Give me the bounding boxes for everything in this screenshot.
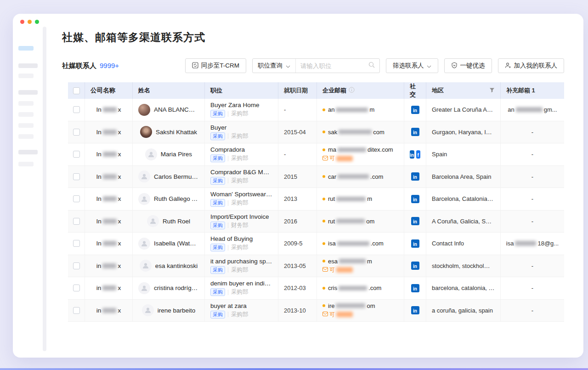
linkedin-icon[interactable]: in (411, 172, 419, 181)
select-all-checkbox[interactable] (73, 87, 80, 94)
tag-divider (228, 245, 228, 250)
row-checkbox[interactable] (73, 129, 80, 136)
name-cell: cristina rodríguez (133, 277, 205, 299)
purchase-tag: 采购 (210, 288, 225, 296)
redacted-text (103, 174, 117, 179)
company-cell: Inx (85, 143, 133, 165)
position-cell: Buyer 采购 采购部 (205, 121, 278, 143)
close-window-icon[interactable] (20, 20, 24, 24)
social-cell: in (404, 255, 426, 277)
filter-contacts-button[interactable]: 筛选联系人 (386, 58, 438, 73)
minimize-window-icon[interactable] (28, 20, 32, 24)
tag-divider (228, 267, 228, 273)
column-header-extra-email: 补充邮箱 1 (501, 82, 564, 99)
sidebar-skeleton-bar (18, 101, 34, 106)
social-cell: inf (404, 143, 426, 165)
purchase-tag: 采购 (210, 311, 225, 319)
position-cell: Buyer Zara Home 采购 采购部 (205, 99, 278, 121)
social-cell: in (404, 121, 426, 143)
filter-funnel-icon[interactable] (489, 87, 495, 94)
window-controls (20, 20, 39, 24)
contact-name[interactable]: irene barbeito (158, 307, 196, 314)
row-checkbox[interactable] (73, 285, 80, 291)
contacts-table: 公司名称 姓名 职位 就职日期 企业邮箱 社交 地区 补充邮箱 1 Inx (68, 82, 564, 322)
hire-date-cell: 2009-5 (278, 233, 317, 255)
linkedin-icon[interactable]: in (411, 106, 419, 114)
one-click-optimize-button[interactable]: 一键优选 (444, 58, 492, 73)
company-cell: inx (85, 277, 133, 299)
sidebar-skeleton-bar (18, 134, 34, 139)
contact-name[interactable]: Sakshi Khattak (156, 129, 197, 136)
position-cell: Comprador B&G Massi... 采购 采购部 (205, 166, 278, 188)
email-cell: isa.com (317, 233, 404, 255)
envelope-icon (322, 267, 328, 273)
email-status-dot (322, 287, 325, 290)
contact-name[interactable]: Maria Pires (161, 151, 192, 158)
linkedin-icon[interactable]: in (411, 262, 419, 270)
social-cell: in (404, 99, 426, 121)
position-cell: Import/Export Invoice 采购 财务部 (205, 211, 278, 233)
column-header-email: 企业邮箱 (317, 82, 404, 99)
extra-email-cell: isa18@g... (501, 233, 564, 255)
email-cell: anm (317, 99, 404, 121)
sidebar-skeleton-bar (18, 162, 34, 166)
sync-icon (192, 62, 198, 70)
linkedin-icon[interactable]: in (411, 239, 419, 248)
contact-name[interactable]: Ruth Roel (163, 218, 190, 225)
position-cell: Woman' Sportswear Bu... 采购 采购部 (205, 188, 278, 210)
facebook-icon[interactable]: f (416, 150, 421, 159)
sidebar-skeleton-bar-active (18, 46, 34, 51)
department-label: 财务部 (231, 222, 249, 229)
region-cell: Gurgaon, Haryana, India (426, 121, 501, 143)
table-row: Inx Maria Pires Compradora 采购 采购部 - madi… (68, 143, 564, 166)
region-cell: Barcelona, Catalonia, S... (426, 188, 501, 210)
contact-name[interactable]: Ruth Gallego Agulló (154, 195, 199, 202)
contact-name[interactable]: Isabella (Watson) L... (154, 240, 199, 247)
position-cell: Compradora 采购 采购部 (205, 143, 278, 165)
linkedin-icon[interactable]: in (411, 306, 419, 314)
maximize-window-icon[interactable] (35, 20, 39, 24)
department-label: 采购部 (231, 199, 249, 207)
position-title: Head of Buying (210, 235, 272, 242)
hire-date-cell: 2013 (278, 188, 317, 210)
sync-to-crm-button[interactable]: 同步至T-CRM (185, 58, 246, 73)
add-to-my-contacts-button[interactable]: 加入我的联系人 (498, 58, 565, 73)
contact-name[interactable]: esa kantinkoski (155, 262, 198, 269)
linkedin-icon[interactable]: in (411, 128, 419, 136)
redacted-text (336, 219, 365, 223)
row-checkbox[interactable] (73, 195, 80, 202)
redacted-text (102, 308, 116, 313)
avatar (138, 193, 150, 205)
row-checkbox[interactable] (73, 218, 80, 225)
position-title: Comprador B&G Massi... (210, 169, 272, 176)
position-title: Buyer Zara Home (210, 102, 272, 108)
department-label: 采购部 (231, 288, 249, 296)
row-checkbox[interactable] (73, 106, 80, 113)
company-cell: Inx (85, 211, 133, 233)
toolbar: 社媒联系人 9999+ 同步至T-CRM 职位查询 (62, 58, 564, 73)
linkedin-icon[interactable]: in (411, 284, 419, 292)
row-checkbox[interactable] (73, 307, 80, 314)
linkedin-icon[interactable]: in (410, 150, 414, 159)
contacts-stats-label: 社媒联系人 (62, 62, 96, 70)
redacted-text (336, 156, 353, 161)
position-query-dropdown[interactable]: 职位查询 (253, 59, 296, 73)
row-checkbox[interactable] (73, 262, 80, 269)
position-title: Import/Export Invoice (210, 213, 272, 220)
position-search-input[interactable] (300, 63, 366, 69)
name-cell: Isabella (Watson) L... (133, 233, 205, 255)
contact-name[interactable]: cristina rodríguez (154, 285, 199, 291)
position-title: Buyer (210, 124, 272, 131)
position-title: Woman' Sportswear Bu... (210, 191, 272, 198)
purchase-tag: 采购 (210, 110, 225, 118)
row-checkbox[interactable] (73, 240, 80, 247)
info-icon[interactable] (349, 87, 355, 94)
contact-name[interactable]: ANA BLANCO REY (154, 106, 199, 113)
linkedin-icon[interactable]: in (411, 217, 419, 225)
row-checkbox[interactable] (73, 151, 80, 158)
row-checkbox[interactable] (73, 173, 80, 180)
contact-name[interactable]: Carlos Bermudo Cr... (154, 173, 199, 180)
linkedin-icon[interactable]: in (411, 195, 419, 203)
department-label: 采购部 (231, 177, 249, 185)
search-icon[interactable] (368, 62, 375, 70)
